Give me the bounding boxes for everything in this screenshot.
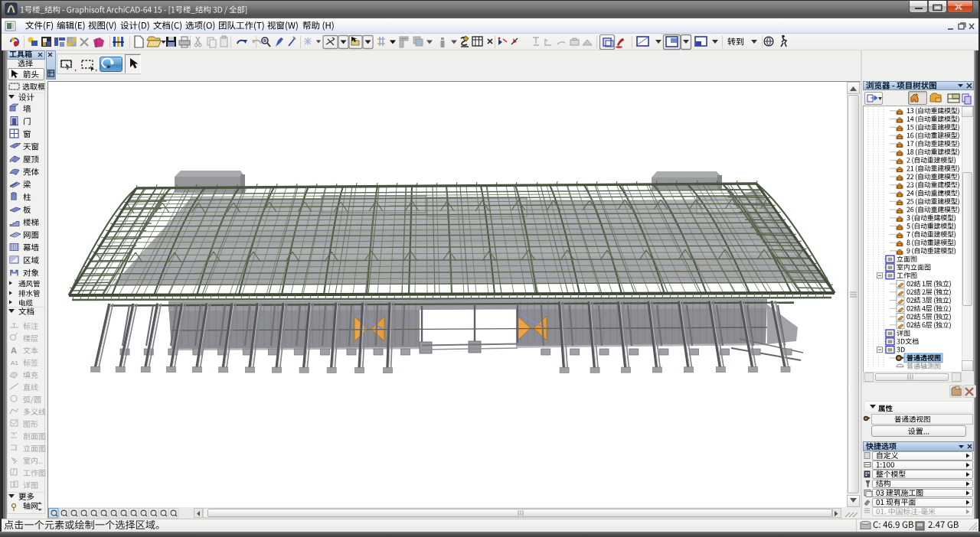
svg-text:A: A (11, 346, 17, 355)
svg-text:A1: A1 (11, 360, 18, 366)
svg-text:,: , (74, 63, 77, 72)
svg-text:,: , (95, 63, 97, 72)
